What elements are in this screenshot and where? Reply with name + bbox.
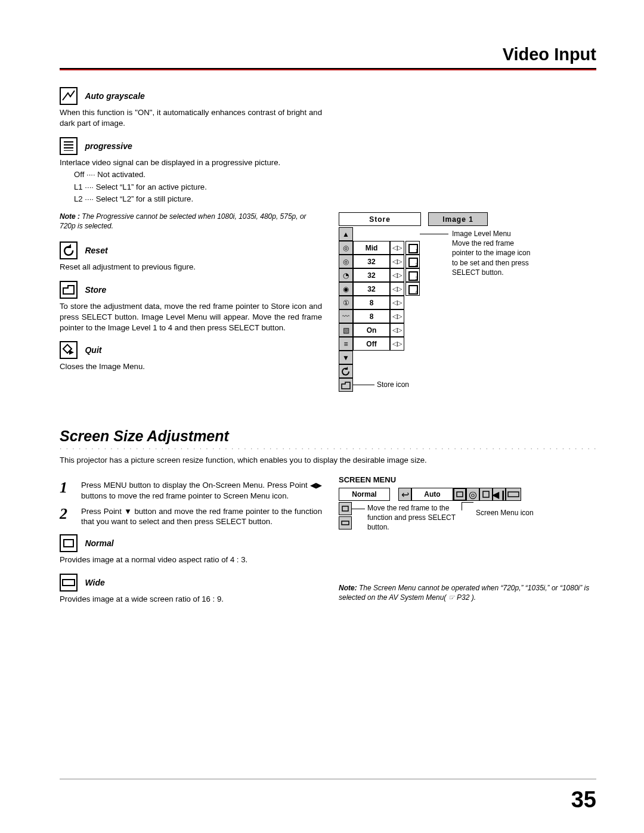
menu-row-arrows: ◁▷ — [390, 282, 404, 296]
menu-row-value: Mid — [353, 241, 390, 255]
normal-body: Provides image at a normal video aspect … — [60, 555, 322, 565]
menu-header-image: Image 1 — [428, 212, 488, 226]
menu-row-arrows: ◁▷ — [390, 296, 404, 309]
menu-row-arrows: ◁▷ — [390, 337, 404, 351]
header-rule — [60, 69, 596, 70]
screen-size-intro: This projector has a picture screen resi… — [60, 456, 596, 465]
progressive-item-l2: L2 ···· Select “L2” for a still picture. — [74, 193, 322, 205]
menu-row-value: 32 — [353, 282, 390, 296]
menu-row-value: 8 — [353, 309, 390, 323]
svg-rect-6 — [342, 521, 349, 525]
normal-title: Normal — [85, 538, 113, 548]
screen-menu-normal: Normal — [339, 488, 390, 501]
reset-body: Reset all adjustment to previous figure. — [60, 262, 322, 272]
menu-reset-icon — [339, 364, 353, 378]
menu-row-arrows: ◁▷ — [390, 255, 404, 268]
svg-rect-0 — [64, 540, 73, 547]
quit-title: Quit — [85, 345, 101, 355]
screen-menu-icon-3 — [479, 488, 493, 501]
menu-row-arrows: ◁▷ — [390, 241, 404, 255]
menu-row-value: 32 — [353, 268, 390, 282]
screen-menu-auto: Auto — [411, 488, 453, 501]
menu-store-icon — [339, 378, 353, 392]
auto-grayscale-title: Auto grayscale — [85, 91, 144, 101]
menu-row-value: On — [353, 323, 390, 337]
menu-up-arrow: ▲ — [339, 227, 353, 241]
store-icon — [60, 281, 78, 299]
screen-size-heading: Screen Size Adjustment — [60, 428, 596, 445]
screen-menu-callout-left: Move the red frame to the function and p… — [367, 503, 457, 532]
menu-row-arrows: ◁▷ — [390, 268, 404, 282]
screen-menu-icon-4: ◀❙ — [493, 488, 506, 501]
step-1-text: Press MENU button to display the On-Scre… — [81, 480, 322, 501]
quit-icon — [60, 341, 78, 359]
menu-row-icon: ▧ — [339, 323, 353, 337]
svg-rect-1 — [63, 580, 75, 586]
menu-row-level: 4 — [405, 282, 420, 296]
progressive-icon — [60, 137, 78, 155]
screen-menu-note-label: Note: — [339, 584, 357, 592]
step-2-number: 2 — [60, 506, 73, 528]
menu-row-value: 8 — [353, 296, 390, 309]
store-icon-label: Store icon — [377, 380, 409, 389]
menu-row-value: Off — [353, 337, 390, 351]
menu-row-icon: ◎ — [339, 255, 353, 268]
svg-rect-4 — [508, 492, 519, 497]
progressive-intro: Interlace video signal can be displayed … — [60, 157, 322, 168]
progressive-title: progressive — [85, 141, 132, 151]
quit-body: Closes the Image Menu. — [60, 361, 322, 372]
screen-menu-icon-1 — [453, 488, 466, 501]
menu-header-store: Store — [339, 212, 421, 226]
step-2-text: Press Point ▼ button and move the red fr… — [81, 506, 322, 528]
svg-rect-3 — [483, 491, 489, 497]
screen-menu-row3-icon1 — [339, 516, 352, 529]
menu-row-level: 3 — [405, 268, 420, 282]
progressive-item-off: Off ···· Not activated. — [74, 169, 322, 181]
normal-icon — [60, 534, 78, 552]
screen-menu-icon-2: ◎ — [466, 488, 479, 501]
auto-grayscale-icon — [60, 87, 78, 105]
screen-menu-callout-right: Screen Menu icon — [476, 508, 547, 518]
page-title: Video Input — [60, 45, 596, 69]
reset-title: Reset — [85, 246, 107, 255]
wide-icon — [60, 574, 78, 592]
menu-row-icon: ◉ — [339, 282, 353, 296]
footer-rule — [60, 779, 596, 779]
wide-body: Provides image at a wide screen ratio of… — [60, 594, 322, 605]
screen-menu-note: The Screen Menu cannot be operated when … — [339, 584, 589, 602]
screen-menu-icon-5 — [506, 488, 521, 501]
menu-row-value: 32 — [353, 255, 390, 268]
screen-menu-title: SCREEN MENU — [339, 475, 596, 484]
menu-row-icon: ◔ — [339, 268, 353, 282]
progressive-note: The Progressive cannot be selected when … — [60, 212, 306, 230]
menu-row-icon: ≡ — [339, 337, 353, 351]
progressive-item-l1: L1 ···· Select “L1” for an active pictur… — [74, 181, 322, 193]
screen-menu-row2-icon1 — [339, 502, 352, 515]
menu-row-level: 1 — [405, 241, 420, 255]
step-1-number: 1 — [60, 480, 73, 501]
store-body: To store the adjustment data, move the r… — [60, 301, 322, 333]
menu-row-arrows: ◁▷ — [390, 323, 404, 337]
page-number: 35 — [571, 787, 596, 813]
menu-row-arrows: ◁▷ — [390, 309, 404, 323]
menu-row-icon: ◎ — [339, 241, 353, 255]
menu-down-arrow: ▼ — [339, 351, 353, 364]
svg-rect-2 — [457, 492, 463, 497]
auto-grayscale-body: When this function is "ON", it automatic… — [60, 107, 322, 129]
store-title: Store — [85, 285, 106, 295]
dotted-rule: · · · · · · · · · · · · · · · · · · · · … — [60, 446, 596, 451]
screen-menu-icon-return: ↩ — [398, 488, 411, 501]
menu-row-level: 2 — [405, 255, 420, 268]
wide-title: Wide — [85, 578, 104, 587]
reset-icon — [60, 241, 78, 259]
note-label: Note : — [60, 212, 80, 221]
image-level-callout: Image Level Menu Move the red frame poin… — [452, 229, 535, 277]
svg-rect-5 — [342, 506, 348, 511]
menu-row-icon: 〰 — [339, 309, 353, 323]
menu-row-icon: ① — [339, 296, 353, 309]
